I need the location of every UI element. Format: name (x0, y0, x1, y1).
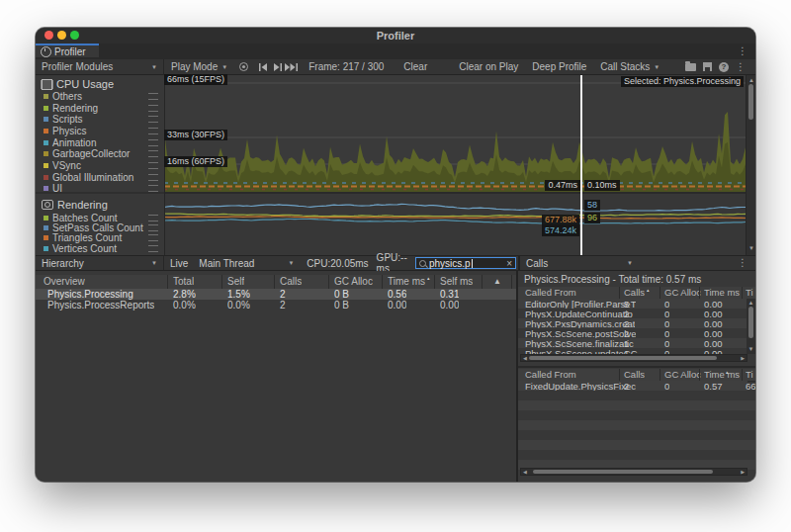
details-view-dropdown[interactable]: Calls ▼ (520, 258, 639, 269)
column-header-time-ms[interactable]: Time ms (704, 287, 740, 298)
table-row[interactable]: PhysX.UpdateContinuatio200.00 (518, 309, 747, 318)
column-header-overview[interactable]: Overview (44, 276, 85, 287)
drag-handle-icon[interactable] (148, 116, 158, 123)
chart-vertical-scrollbar[interactable]: ▲ ▼ (746, 75, 755, 255)
column-separator[interactable] (221, 275, 222, 289)
drag-handle-icon[interactable] (148, 162, 158, 169)
column-separator[interactable] (167, 275, 168, 289)
column-separator[interactable] (328, 275, 329, 289)
module-item-ui[interactable]: UI (44, 183, 160, 195)
scroll-right-icon[interactable]: ▶ (741, 355, 745, 362)
record-button[interactable] (236, 61, 251, 73)
scroll-left-icon[interactable]: ◀ (523, 355, 527, 362)
calls-vertical-scrollbar[interactable]: ▲▼ (747, 299, 755, 354)
view-mode-dropdown[interactable]: Hierarchy ▼ (36, 256, 164, 270)
scroll-down-icon[interactable]: ▼ (747, 346, 755, 352)
clear-search-icon[interactable]: × (506, 258, 512, 269)
column-separator[interactable] (742, 369, 743, 381)
module-item-physics[interactable]: Physics (44, 126, 160, 137)
title-bar[interactable]: Profiler (36, 28, 755, 44)
clear-button[interactable]: Clear (398, 61, 432, 72)
previous-frame-button[interactable] (255, 61, 270, 73)
module-item-global-illumination[interactable]: Global Illumination (44, 171, 160, 183)
horizontal-scrollbar[interactable]: ◀▶ (520, 468, 747, 476)
column-separator[interactable] (511, 275, 512, 289)
table-row[interactable]: EditorOnly [Profiler.ParseT500.00 (518, 299, 747, 309)
module-item-setpass-calls-count[interactable]: SetPass Calls Count (44, 222, 160, 232)
call-stacks-dropdown[interactable]: Call Stacks ▼ (595, 61, 664, 72)
column-separator[interactable] (659, 369, 660, 381)
column-separator[interactable] (699, 369, 700, 381)
drag-handle-icon[interactable] (148, 150, 158, 157)
thread-dropdown[interactable]: Main Thread ▼ (194, 258, 299, 269)
drag-handle-icon[interactable] (148, 93, 158, 100)
live-toggle[interactable]: Live (170, 258, 188, 269)
current-frame-button[interactable] (285, 61, 300, 73)
scrollbar-thumb[interactable] (748, 307, 753, 338)
table-row[interactable]: Physics.ProcessReports0.0%0.0%20 B0.000.… (36, 300, 516, 310)
drag-handle-icon[interactable] (148, 215, 158, 222)
table-row[interactable]: PhysX.ScScene.postSolve200.00 (518, 328, 747, 338)
frame-selection-line[interactable] (580, 75, 582, 255)
tab-profiler[interactable]: Profiler (36, 44, 99, 57)
module-item-others[interactable]: Others (44, 91, 160, 103)
column-separator[interactable] (482, 275, 483, 289)
drag-handle-icon[interactable] (148, 234, 158, 241)
table-row[interactable]: PhysX.ScScene.finalizatic100.00 (518, 338, 747, 348)
table-row[interactable]: FixedUpdate.PhysicsFixec200.5766 (518, 381, 747, 391)
module-item-vertices-count[interactable]: Vertices Count (44, 243, 160, 253)
column-separator[interactable] (619, 287, 620, 299)
module-item-rendering[interactable]: Rendering (44, 102, 160, 114)
module-item-scripts[interactable]: Scripts (44, 114, 160, 126)
table-row[interactable]: PhysX.PxsDynamics.creat200.00 (518, 318, 747, 328)
horizontal-scrollbar[interactable]: ◀▶ (520, 354, 747, 362)
column-separator[interactable] (434, 275, 435, 289)
column-separator[interactable] (274, 275, 275, 289)
deep-profile-toggle[interactable]: Deep Profile (527, 61, 591, 72)
column-header-calls[interactable]: Calls (624, 287, 645, 298)
column-header-ti[interactable]: Ti (746, 369, 753, 380)
details-menu-kebab-icon[interactable]: ⋮ (738, 258, 755, 268)
column-header-time-ms[interactable]: Time ms (704, 369, 740, 380)
column-separator[interactable] (382, 275, 383, 289)
column-header-calls[interactable]: Calls (280, 276, 302, 287)
column-header-gc-alloc[interactable]: GC Alloc (334, 276, 373, 287)
drag-handle-icon[interactable] (148, 174, 158, 181)
table-row[interactable]: Physics.Processing2.8%1.5%20 B0.560.31 (36, 289, 516, 300)
column-separator[interactable] (742, 287, 743, 299)
clear-on-play-toggle[interactable]: Clear on Play (454, 61, 523, 72)
column-header-calls[interactable]: Calls (624, 369, 645, 380)
module-item-triangles-count[interactable]: Triangles Count (44, 233, 160, 243)
module-item-vsync[interactable]: VSync (44, 160, 160, 172)
search-input[interactable]: physics.p × (415, 257, 516, 269)
scroll-left-icon[interactable]: ◀ (523, 469, 527, 476)
module-item-garbagecollector[interactable]: GarbageCollector (44, 148, 160, 160)
module-item-batches-count[interactable]: Batches Count (44, 213, 160, 222)
column-separator[interactable] (699, 287, 700, 299)
drag-handle-icon[interactable] (148, 139, 158, 146)
column-header-gc-alloc[interactable]: GC Alloc (664, 287, 701, 298)
column-separator[interactable] (659, 287, 660, 299)
scroll-right-icon[interactable]: ▶ (741, 469, 745, 476)
column-header-total[interactable]: Total (173, 276, 194, 287)
scroll-up-icon[interactable]: ▲ (747, 77, 755, 83)
column-header-time-ms[interactable]: Time ms (388, 276, 425, 287)
tab-menu-kebab-icon[interactable]: ⋮ (738, 46, 747, 56)
column-header-gc-alloc[interactable]: GC Alloc (664, 369, 701, 380)
help-icon[interactable]: ? (719, 62, 729, 72)
play-mode-dropdown[interactable]: Play Mode ▼ (166, 61, 232, 72)
rendering-chart[interactable] (164, 194, 746, 255)
drag-handle-icon[interactable] (148, 185, 158, 192)
drag-handle-icon[interactable] (148, 245, 158, 252)
column-separator[interactable] (619, 369, 620, 381)
scrollbar-thumb[interactable] (529, 356, 717, 360)
next-frame-button[interactable] (270, 61, 285, 73)
column-header-called-from[interactable]: Called From (525, 369, 576, 380)
scrollbar-thumb[interactable] (533, 470, 713, 474)
profiler-modules-dropdown[interactable]: Profiler Modules ▼ (36, 59, 164, 75)
module-item-animation[interactable]: Animation (44, 136, 160, 148)
scroll-up-icon[interactable]: ▲ (747, 300, 755, 306)
column-header-ti[interactable]: Ti (746, 287, 753, 298)
save-profile-icon[interactable] (703, 62, 712, 71)
scroll-down-icon[interactable]: ▼ (747, 245, 755, 251)
